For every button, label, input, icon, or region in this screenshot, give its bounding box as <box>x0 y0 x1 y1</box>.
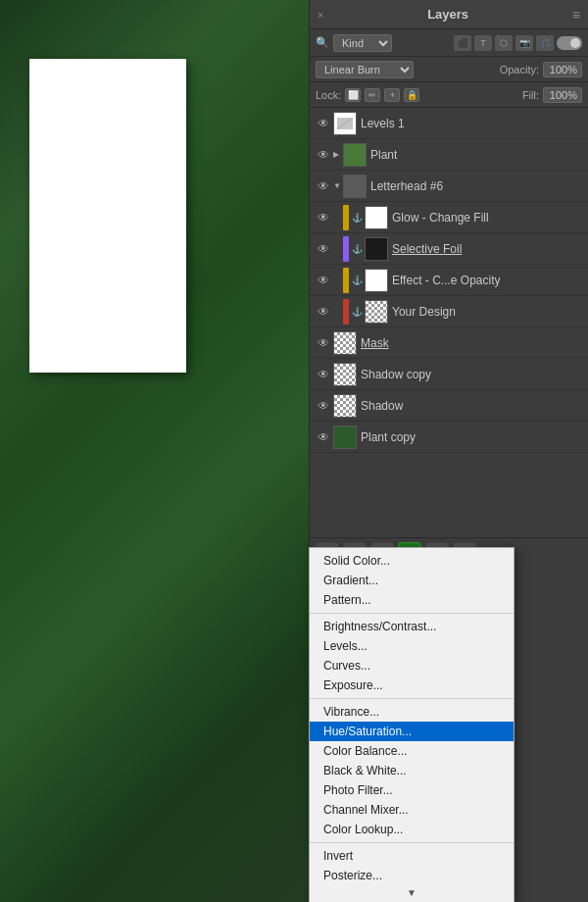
visibility-toggle[interactable]: 👁 <box>314 333 333 353</box>
color-tag <box>343 268 349 293</box>
layer-thumbnail <box>343 143 367 167</box>
menu-item-vibrance[interactable]: Vibrance... <box>310 702 514 722</box>
layer-row[interactable]: 👁 ⚓ Glow - Change Fill <box>310 202 588 233</box>
filter-icons: ⬛ T ⬡ 📷 🎵 <box>454 35 582 51</box>
filter-type-icon[interactable]: T <box>474 35 492 51</box>
menu-item-black-white[interactable]: Black & White... <box>310 761 514 780</box>
menu-item-levels[interactable]: Levels... <box>310 636 514 656</box>
group-collapse-arrow[interactable]: ▼ <box>333 181 343 190</box>
menu-item-photo-filter[interactable]: Photo Filter... <box>310 780 514 800</box>
filter-toggle[interactable] <box>557 36 582 50</box>
layer-thumbnail <box>365 269 388 292</box>
filter-bar: 🔍 Kind ⬛ T ⬡ 📷 🎵 <box>310 29 588 57</box>
opacity-value[interactable]: 100% <box>543 62 582 77</box>
visibility-toggle[interactable]: 👁 <box>314 271 333 290</box>
layer-thumbnail <box>343 175 367 198</box>
visibility-toggle[interactable]: 👁 <box>314 114 333 133</box>
fill-label: Fill: <box>522 89 539 101</box>
visibility-toggle[interactable]: 👁 <box>314 208 333 227</box>
lock-move-icon[interactable]: + <box>384 88 400 102</box>
layer-name: Plant <box>370 148 584 162</box>
filter-shape-icon[interactable]: ⬡ <box>495 35 513 51</box>
menu-item-solid-color[interactable]: Solid Color... <box>310 551 514 571</box>
menu-item-gradient[interactable]: Gradient... <box>310 571 514 590</box>
lock-paint-icon[interactable]: ✏ <box>365 88 380 102</box>
opacity-label: Opacity: <box>500 64 539 75</box>
layer-thumbnail <box>365 206 388 229</box>
menu-item-invert[interactable]: Invert <box>310 846 514 866</box>
layer-row[interactable]: 👁 ⚓ Your Design <box>310 296 588 327</box>
layer-row[interactable]: 👁 Plant copy <box>310 422 588 453</box>
menu-item-curves[interactable]: Curves... <box>310 656 514 676</box>
visibility-toggle[interactable]: 👁 <box>314 396 333 416</box>
panel-close-icon[interactable]: × <box>318 9 323 21</box>
layer-list: 👁 Levels 1 👁 ▶ Plant 👁 ▼ Letterhead #6 👁… <box>310 108 588 537</box>
lock-label: Lock: <box>316 89 341 101</box>
layer-row[interactable]: 👁 Shadow copy <box>310 359 588 390</box>
menu-item-pattern[interactable]: Pattern... <box>310 590 514 610</box>
layers-panel: × Layers ≡ 🔍 Kind ⬛ T ⬡ 📷 🎵 Linear Burn … <box>309 0 588 569</box>
menu-item-hue-saturation[interactable]: Hue/Saturation... <box>310 722 514 741</box>
layer-thumbnail <box>333 394 357 418</box>
menu-item-brightness-contrast[interactable]: Brightness/Contrast... <box>310 617 514 636</box>
chain-icon: ⚓ <box>352 307 363 317</box>
menu-item-posterize[interactable]: Posterize... <box>310 866 514 885</box>
layer-row[interactable]: 👁 Mask <box>310 327 588 359</box>
layer-name: Plant copy <box>361 430 584 444</box>
layer-row[interactable]: 👁 ⚓ Effect - C...e Opacity <box>310 265 588 296</box>
layer-name: Levels 1 <box>361 117 584 130</box>
chain-icon: ⚓ <box>352 244 363 254</box>
menu-item-exposure[interactable]: Exposure... <box>310 676 514 695</box>
lock-bar: Lock: ⬜ ✏ + 🔒 Fill: 100% <box>310 82 588 108</box>
search-icon: 🔍 <box>316 36 329 49</box>
chain-icon: ⚓ <box>352 213 363 223</box>
lock-transparent-icon[interactable]: ⬜ <box>345 88 361 102</box>
menu-item-color-balance[interactable]: Color Balance... <box>310 741 514 761</box>
menu-separator <box>310 698 514 699</box>
filter-pixel-icon[interactable]: ⬛ <box>454 35 471 51</box>
chain-icon: ⚓ <box>352 276 363 285</box>
layer-name: Shadow copy <box>361 368 584 381</box>
blend-mode-dropdown[interactable]: Linear Burn <box>316 61 414 78</box>
layer-thumbnail <box>365 300 388 324</box>
visibility-toggle[interactable]: 👁 <box>314 145 333 165</box>
panel-header: × Layers ≡ <box>310 0 588 29</box>
adjustment-layer-menu: Solid Color... Gradient... Pattern... Br… <box>309 547 514 902</box>
layer-thumbnail <box>365 237 388 261</box>
group-collapse-arrow[interactable]: ▶ <box>333 150 343 159</box>
layer-row[interactable]: 👁 ▶ Plant <box>310 139 588 171</box>
layer-row[interactable]: 👁 ⚓ Selective Foil <box>310 233 588 265</box>
layer-row[interactable]: 👁 Levels 1 <box>310 108 588 139</box>
kind-dropdown[interactable]: Kind <box>333 34 392 52</box>
layer-row[interactable]: 👁 Shadow <box>310 390 588 422</box>
layer-thumbnail <box>333 331 357 355</box>
layer-thumbnail <box>333 112 357 135</box>
white-paper <box>29 59 186 373</box>
menu-item-color-lookup[interactable]: Color Lookup... <box>310 820 514 839</box>
layer-thumbnail <box>333 426 357 449</box>
visibility-toggle[interactable]: 👁 <box>314 176 333 196</box>
panel-menu-icon[interactable]: ≡ <box>572 7 580 23</box>
layer-row[interactable]: 👁 ▼ Letterhead #6 <box>310 171 588 202</box>
canvas-area <box>0 0 309 902</box>
menu-separator <box>310 842 514 843</box>
lock-all-icon[interactable]: 🔒 <box>404 88 419 102</box>
visibility-toggle[interactable]: 👁 <box>314 239 333 259</box>
layer-name: Glow - Change Fill <box>392 211 584 225</box>
visibility-toggle[interactable]: 👁 <box>314 427 333 447</box>
menu-item-channel-mixer[interactable]: Channel Mixer... <box>310 800 514 820</box>
fill-value[interactable]: 100% <box>543 87 582 103</box>
filter-smart-icon[interactable]: 📷 <box>515 35 533 51</box>
layer-name: Shadow <box>361 399 584 413</box>
filter-adjustment-icon[interactable]: 🎵 <box>536 35 554 51</box>
menu-more-arrow: ▼ <box>310 885 514 900</box>
layer-name: Effect - C...e Opacity <box>392 274 584 287</box>
layer-name: Letterhead #6 <box>370 179 584 193</box>
visibility-toggle[interactable]: 👁 <box>314 302 333 322</box>
layer-name: Selective Foil <box>392 242 584 256</box>
menu-separator <box>310 613 514 614</box>
layer-name: Your Design <box>392 305 584 319</box>
color-tag <box>343 299 349 325</box>
layer-thumbnail <box>333 363 357 386</box>
visibility-toggle[interactable]: 👁 <box>314 365 333 384</box>
